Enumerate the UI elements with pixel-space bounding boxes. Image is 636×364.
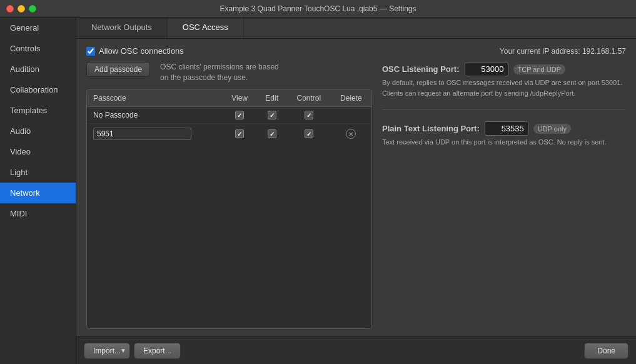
- control-check-1[interactable]: [305, 111, 313, 119]
- tab-bar: Network Outputs OSC Access: [76, 18, 636, 39]
- col-view: View: [223, 90, 257, 107]
- sidebar-item-audio[interactable]: Audio: [0, 121, 76, 141]
- titlebar: Example 3 Quad Panner TouchOSC Lua .qlab…: [0, 0, 636, 18]
- osc-listening-port[interactable]: [465, 62, 508, 76]
- done-button[interactable]: Done: [584, 343, 628, 359]
- sidebar-item-light[interactable]: Light: [0, 162, 76, 183]
- plain-text-row: Plain Text Listening Port: UDP only: [382, 121, 626, 136]
- col-edit: Edit: [256, 90, 286, 107]
- osc-listening-section: OSC Listening Port: TCP and UDP By defau…: [382, 62, 626, 98]
- passcode-hint: OSC clients' permissions are based on th…: [160, 62, 285, 83]
- sidebar-item-network[interactable]: Network: [0, 183, 76, 203]
- allow-osc-label: Allow OSC connections: [99, 46, 184, 56]
- bottom-left: Import... ▼ Export...: [84, 343, 181, 359]
- col-passcode: Passcode: [87, 90, 223, 107]
- sidebar-item-controls[interactable]: Controls: [0, 38, 76, 59]
- col-control: Control: [287, 90, 331, 107]
- allow-osc-left: Allow OSC connections: [86, 46, 184, 56]
- passcode-table-wrap: Passcode View Edit Control Delete No Pas…: [86, 89, 372, 329]
- left-column: Add passcode OSC clients' permissions ar…: [86, 62, 372, 329]
- plain-text-badge: UDP only: [533, 124, 571, 134]
- bottom-bar: Import... ▼ Export... Done: [76, 336, 636, 364]
- content-area: Network Outputs OSC Access Allow OSC con…: [76, 18, 636, 364]
- control-cell-2: [287, 124, 331, 144]
- delete-cell-1: [331, 106, 371, 124]
- osc-listening-badge: TCP and UDP: [513, 64, 566, 74]
- osc-listening-row: OSC Listening Port: TCP and UDP: [382, 62, 626, 76]
- osc-listening-description: By default, replies to OSC messages rece…: [382, 78, 626, 98]
- table-row: No Passcode: [87, 106, 371, 124]
- divider: [382, 109, 626, 110]
- edit-cell-2: [256, 124, 286, 144]
- control-cell-1: [287, 106, 331, 124]
- delete-cell-2: ✕: [331, 124, 371, 144]
- sidebar: General Controls Audition Collaboration …: [0, 18, 76, 364]
- col-delete: Delete: [331, 90, 371, 107]
- plain-text-port[interactable]: [485, 121, 528, 136]
- allow-osc-checkbox[interactable]: [86, 47, 95, 56]
- view-check-1[interactable]: [235, 111, 244, 119]
- maximize-button[interactable]: [29, 5, 36, 13]
- edit-cell-1: [256, 106, 286, 124]
- plain-text-description: Text received via UDP on this port is in…: [382, 137, 626, 148]
- import-button[interactable]: Import...: [84, 343, 130, 359]
- delete-btn-2[interactable]: ✕: [346, 129, 356, 139]
- passcode-cell-1: No Passcode: [87, 106, 223, 124]
- tab-osc-access[interactable]: OSC Access: [168, 18, 244, 38]
- export-button[interactable]: Export...: [134, 343, 181, 359]
- view-cell-1: [223, 106, 257, 124]
- tab-network-outputs[interactable]: Network Outputs: [76, 18, 168, 38]
- sidebar-item-collaboration[interactable]: Collaboration: [0, 79, 76, 100]
- passcode-table: Passcode View Edit Control Delete No Pas…: [87, 90, 371, 144]
- passcode-input-2[interactable]: [93, 128, 191, 140]
- control-check-2[interactable]: [305, 129, 313, 138]
- passcode-section: Add passcode OSC clients' permissions ar…: [86, 62, 372, 83]
- sidebar-item-video[interactable]: Video: [0, 141, 76, 162]
- window-title: Example 3 Quad Panner TouchOSC Lua .qlab…: [220, 4, 416, 13]
- add-passcode-button[interactable]: Add passcode: [86, 62, 150, 77]
- sidebar-item-general[interactable]: General: [0, 18, 76, 38]
- right-column: OSC Listening Port: TCP and UDP By defau…: [382, 62, 626, 329]
- view-check-2[interactable]: [235, 129, 244, 138]
- table-row: ✕: [87, 124, 371, 144]
- allow-osc-row: Allow OSC connections Your current IP ad…: [86, 46, 626, 56]
- sidebar-item-midi[interactable]: MIDI: [0, 203, 76, 224]
- traffic-lights: [6, 5, 36, 13]
- import-wrap: Import... ▼: [84, 343, 130, 359]
- close-button[interactable]: [6, 5, 14, 13]
- edit-check-2[interactable]: [268, 129, 276, 138]
- view-cell-2: [223, 124, 257, 144]
- sidebar-item-audition[interactable]: Audition: [0, 59, 76, 79]
- minimize-button[interactable]: [18, 5, 25, 13]
- ip-address-text: Your current IP address: 192.168.1.57: [500, 47, 626, 56]
- plain-text-section: Plain Text Listening Port: UDP only Text…: [382, 121, 626, 148]
- osc-access-panel: Allow OSC connections Your current IP ad…: [76, 39, 636, 336]
- osc-listening-label: OSC Listening Port:: [382, 64, 460, 74]
- passcode-cell-2: [87, 124, 223, 144]
- edit-check-1[interactable]: [268, 111, 276, 119]
- panel-columns: Add passcode OSC clients' permissions ar…: [86, 62, 626, 329]
- sidebar-item-templates[interactable]: Templates: [0, 100, 76, 121]
- plain-text-label: Plain Text Listening Port:: [382, 124, 480, 133]
